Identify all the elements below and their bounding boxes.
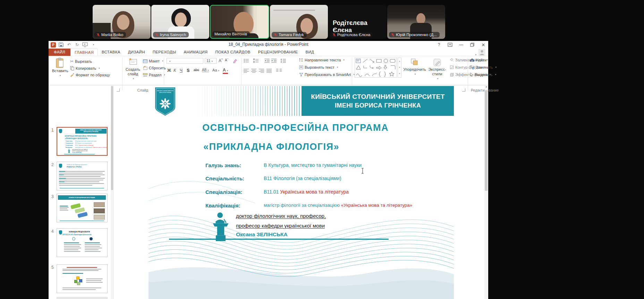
section-button[interactable]: Раздел bbox=[143, 73, 165, 77]
find-button[interactable]: Найти bbox=[470, 58, 486, 62]
align-left-icon[interactable] bbox=[244, 69, 249, 73]
scrollbar-up-arrow[interactable]: ▲ bbox=[485, 85, 488, 88]
field-label-спеціальність[interactable]: Спеціальність: bbox=[205, 176, 244, 181]
slide-thumbnails-panel: 1 КИЇВСЬКИЙ СТОЛИЧНИЙ УНІВЕРСИТЕТ ІМЕНІ … bbox=[49, 85, 114, 299]
speaker-credentials-line1[interactable]: доктор філологічних наук, професор, bbox=[236, 213, 326, 219]
text-shadow-button[interactable]: S bbox=[187, 68, 189, 73]
field-label-галузь-знань[interactable]: Галузь знань: bbox=[205, 162, 241, 168]
field-value-спеціальність[interactable]: В11 Філологія (за спеціалізаціями) bbox=[264, 176, 341, 181]
university-banner[interactable]: КИЇВСЬКИЙ СТОЛИЧНИЙ УНІВЕРСИТЕТ ІМЕНІ БО… bbox=[302, 86, 454, 116]
close-button[interactable]: ✕ bbox=[481, 42, 486, 48]
participant-tile-yurii-prokopenko[interactable]: Юрій Прокопенко (Д... bbox=[387, 5, 445, 39]
increase-font-size-button[interactable]: Aˇ bbox=[219, 58, 223, 63]
font-size-combo[interactable]: 11 bbox=[205, 58, 217, 64]
paste-button[interactable]: Вставить bbox=[52, 58, 67, 77]
new-slide-button[interactable]: Создать слайд bbox=[125, 58, 141, 80]
align-text-icon bbox=[299, 65, 303, 69]
slide-thumbnail-5[interactable] bbox=[57, 264, 108, 293]
clipboard-dialog-launcher[interactable] bbox=[117, 88, 120, 92]
align-right-icon[interactable] bbox=[259, 69, 264, 73]
tab-insert[interactable]: ВСТАВКА bbox=[98, 49, 124, 56]
drawing-dialog-launcher[interactable] bbox=[462, 88, 465, 92]
participant-tile-mariia-boiko[interactable]: Mariia Boiko bbox=[93, 5, 151, 39]
ribbon-home: Вставить ✂ Вырезать Копировать Формат по… bbox=[49, 56, 488, 85]
thumbnails-scrollbar-thumb[interactable] bbox=[111, 86, 113, 190]
format-painter-button[interactable]: Формат по образцу bbox=[70, 73, 110, 77]
participant-name: Iryna Saievych bbox=[160, 33, 186, 37]
slide-title-line1[interactable]: ОСВІТНЬО-ПРОФЕСІЙНА ПРОГРАМА bbox=[202, 122, 389, 133]
decrease-font-size-button[interactable]: Aˇ bbox=[225, 58, 228, 62]
italic-button[interactable]: К bbox=[173, 68, 176, 73]
align-text-button[interactable]: Выровнять текст bbox=[299, 65, 338, 69]
tab-design[interactable]: ДИЗАЙН bbox=[124, 49, 149, 56]
numbering-icon[interactable] bbox=[253, 59, 259, 63]
tab-transitions[interactable]: ПЕРЕХОДЫ bbox=[149, 49, 180, 56]
participant-tile-mykhailo-vintoniv[interactable]: Михайло Вінтонів bbox=[210, 5, 269, 39]
slide-thumbnail-2[interactable]: ОП В11.01.04 «Прикладна філологія» РОБОЧ… bbox=[57, 162, 108, 190]
participant-tile-tamara-fedyk[interactable]: Tamara Fedyk bbox=[270, 5, 328, 39]
participant-tile-iryna-saievych[interactable]: Iryna Saievych bbox=[151, 5, 209, 39]
underline-button[interactable]: Ч bbox=[180, 68, 183, 73]
text-direction-button[interactable]: Направление текста bbox=[299, 58, 345, 62]
minimize-button[interactable]: — bbox=[458, 42, 464, 47]
increase-indent-icon[interactable] bbox=[271, 59, 277, 63]
ribbon-display-options-button[interactable] bbox=[447, 43, 453, 47]
select-cursor-icon bbox=[470, 72, 474, 77]
field-value-спеціалізація[interactable]: В11.01 Українська мова та література bbox=[264, 189, 349, 195]
copy-button[interactable]: Копировать bbox=[70, 66, 100, 70]
shapes-gallery[interactable] bbox=[355, 58, 397, 78]
paste-label: Вставить bbox=[52, 69, 67, 73]
line-spacing-icon[interactable] bbox=[280, 59, 286, 63]
slide-thumbnail-4[interactable]: ЗОВНІШНІ РЕЦЕНЗЕНТИ ОП В11.01.04 «Прикла… bbox=[57, 228, 108, 257]
field-label-кваліфікація[interactable]: Кваліфікація: bbox=[205, 203, 240, 208]
slide-thumbnail-6-partial[interactable] bbox=[57, 297, 108, 299]
field-value-галузь-знань[interactable]: В Культура, мистецтво та гуманітарні нау… bbox=[264, 162, 362, 168]
slide-thumbnail-1[interactable]: КИЇВСЬКИЙ СТОЛИЧНИЙ УНІВЕРСИТЕТ ІМЕНІ БО… bbox=[57, 127, 108, 156]
cut-button[interactable]: ✂ Вырезать bbox=[70, 59, 92, 64]
account-avatar-icon[interactable] bbox=[478, 49, 485, 56]
align-center-icon[interactable] bbox=[251, 69, 256, 73]
band-stripes bbox=[197, 86, 302, 116]
restore-button[interactable] bbox=[469, 43, 475, 47]
shapes-gallery-scrollbar[interactable]: ▴▾▾ bbox=[398, 58, 401, 78]
reset-button[interactable]: Сбросить bbox=[143, 66, 166, 70]
slide-canvas[interactable]: КИЇВСЬКИЙ СТОЛИЧНИЙ УНІВЕРСИТЕТ ІМЕНІ БО… bbox=[149, 85, 454, 299]
field-value-кваліфікація[interactable]: магістр філології за спеціалізацією «Укр… bbox=[264, 203, 412, 208]
tab-animations[interactable]: АНИМАЦИЯ bbox=[180, 49, 211, 56]
strikethrough-button[interactable]: abc bbox=[194, 68, 199, 72]
replace-button[interactable]: Заменить bbox=[470, 65, 497, 69]
select-button[interactable]: Выделить bbox=[470, 72, 496, 77]
font-name-combo[interactable] bbox=[167, 58, 203, 64]
tab-review[interactable]: РЕЦЕНЗИРОВАНИЕ bbox=[254, 49, 302, 56]
bold-button[interactable]: Ж bbox=[167, 68, 171, 73]
speaker-name[interactable]: Оксана ЗЕЛІНСЬКА bbox=[236, 231, 288, 238]
bullets-icon[interactable] bbox=[244, 59, 249, 63]
slide-title-line2[interactable]: «ПРИКЛАДНА ФІЛОЛОГІЯ» bbox=[203, 142, 339, 152]
speaker-credentials-line2[interactable]: професор кафедри української мови bbox=[236, 223, 325, 229]
quick-styles-button[interactable]: Экспресс-стили bbox=[427, 58, 447, 80]
help-button[interactable]: ? bbox=[436, 42, 442, 47]
field-label-спеціалізація[interactable]: Спеціалізація: bbox=[205, 189, 242, 195]
convert-to-smartart-button[interactable]: Преобразовать в SmartArt bbox=[299, 72, 355, 77]
justify-icon[interactable] bbox=[266, 69, 272, 73]
mini-title1: ОСВІТНЬО-ПРОФЕСІЙНА ПРОГРАМА bbox=[65, 135, 97, 137]
tab-view[interactable]: ВИД bbox=[302, 49, 318, 56]
reviewer-icon-1 bbox=[72, 237, 75, 240]
slide-thumbnail-3[interactable]: ЕТАПИ РОЗРОБЛЕННЯ ПРОГРАМИ bbox=[57, 194, 108, 222]
mic-muted-icon bbox=[96, 33, 100, 37]
scissors-icon: ✂ bbox=[70, 59, 74, 64]
tab-home[interactable]: ГЛАВНАЯ bbox=[70, 49, 98, 56]
decrease-indent-icon[interactable] bbox=[264, 59, 270, 63]
columns-icon[interactable] bbox=[276, 69, 282, 73]
tab-file[interactable]: ФАЙЛ bbox=[49, 49, 70, 56]
font-color-button[interactable]: А bbox=[223, 68, 228, 74]
editor-scrollbar-thumb[interactable] bbox=[485, 90, 488, 191]
layout-button[interactable]: Макет bbox=[143, 59, 163, 63]
arrange-button[interactable]: Упорядочить bbox=[403, 58, 426, 76]
change-case-button[interactable]: Аа bbox=[212, 68, 219, 72]
tab-slideshow[interactable]: ПОКАЗ СЛАЙДОВ bbox=[211, 49, 254, 56]
clear-formatting-icon[interactable] bbox=[232, 59, 237, 63]
participant-tile-roditelieva-yelena[interactable]: Родітєлєва Єлєна Родітєлєва Єлєна bbox=[329, 5, 387, 39]
character-spacing-button[interactable]: АВ bbox=[202, 68, 209, 72]
diagram-block-blue bbox=[77, 212, 88, 218]
